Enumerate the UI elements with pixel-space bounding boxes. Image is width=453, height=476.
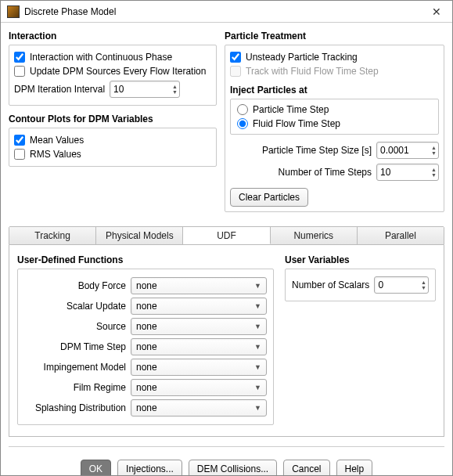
dropdown-body-force-value: none (136, 280, 157, 291)
contour-group: Contour Plots for DPM Variables Mean Val… (9, 112, 217, 167)
checkbox-mean-values-input[interactable] (14, 135, 25, 146)
radio-fluid-flow-time-step-label: Fluid Flow Time Step (253, 118, 340, 129)
num-scalars-label: Number of Scalars (292, 279, 369, 290)
tab-udf[interactable]: UDF (183, 227, 270, 244)
tab-numerics[interactable]: Numerics (271, 227, 358, 244)
tab-physical-models[interactable]: Physical Models (96, 227, 183, 244)
tab-tracking[interactable]: Tracking (9, 227, 96, 244)
num-time-steps-spinner[interactable]: ▲▼ (376, 164, 439, 181)
dpm-iteration-interval-spinner[interactable]: ▲▼ (110, 81, 180, 98)
dropdown-source-value: none (136, 321, 157, 332)
dropdown-source[interactable]: none ▼ (131, 318, 267, 335)
num-time-steps-row: Number of Time Steps ▲▼ (230, 161, 439, 183)
row-body-force: Body Force none ▼ (24, 277, 267, 294)
chevron-down-icon: ▼ (254, 343, 261, 351)
checkbox-continuous-phase-label: Interaction with Continuous Phase (30, 52, 172, 63)
label-dpm-time-step: DPM Time Step (24, 341, 126, 352)
chevron-down-icon: ▼ (254, 384, 261, 391)
label-impingement: Impingement Model (24, 362, 126, 373)
checkbox-rms-values[interactable]: RMS Values (14, 147, 211, 161)
checkbox-rms-values-input[interactable] (14, 149, 25, 160)
app-icon (7, 5, 20, 18)
chevron-down-icon: ▼ (254, 302, 261, 310)
row-splashing: Splashing Distribution none ▼ (24, 399, 267, 416)
interaction-title: Interaction (9, 29, 217, 41)
chevron-down-icon: ▼ (254, 363, 261, 371)
particle-step-size-row: Particle Time Step Size [s] ▲▼ (230, 139, 439, 161)
cancel-button[interactable]: Cancel (283, 460, 329, 476)
checkbox-continuous-phase[interactable]: Interaction with Continuous Phase (14, 50, 211, 64)
dropdown-film-regime[interactable]: none ▼ (131, 379, 267, 396)
row-film-regime: Film Regime none ▼ (24, 379, 267, 396)
chevron-down-icon: ▼ (254, 323, 261, 330)
dropdown-film-regime-value: none (136, 382, 157, 393)
dropdown-body-force[interactable]: none ▼ (131, 277, 267, 294)
checkbox-continuous-phase-input[interactable] (14, 52, 25, 63)
num-time-steps-input[interactable] (380, 167, 430, 178)
dropdown-scalar-update[interactable]: none ▼ (131, 298, 267, 315)
clear-particles-button[interactable]: Clear Particles (230, 188, 308, 207)
label-film-regime: Film Regime (24, 382, 126, 393)
num-scalars-input[interactable] (378, 279, 419, 290)
injections-button[interactable]: Injections... (117, 460, 182, 476)
radio-particle-time-step-input[interactable] (237, 104, 248, 115)
dpm-iteration-interval-label: DPM Iteration Interval (14, 84, 105, 95)
particle-step-size-label: Particle Time Step Size [s] (230, 145, 372, 156)
checkbox-update-dpm-input[interactable] (14, 66, 25, 77)
ok-button[interactable]: OK (81, 460, 111, 476)
tabs-row: Tracking Physical Models UDF Numerics Pa… (9, 226, 444, 245)
dropdown-impingement[interactable]: none ▼ (131, 359, 267, 376)
particle-treatment-group: Particle Treatment Unsteady Particle Tra… (225, 29, 444, 212)
particle-treatment-title: Particle Treatment (225, 29, 444, 41)
inject-particles-title: Inject Particles at (230, 83, 439, 96)
checkbox-mean-values[interactable]: Mean Values (14, 133, 211, 147)
dem-collisions-button[interactable]: DEM Collisions... (189, 460, 277, 476)
radio-particle-time-step-label: Particle Time Step (253, 104, 329, 115)
tab-panel-udf: User-Defined Functions Body Force none ▼… (9, 245, 444, 437)
row-impingement: Impingement Model none ▼ (24, 359, 267, 376)
label-scalar-update: Scalar Update (24, 301, 126, 312)
checkbox-unsteady-tracking-input[interactable] (230, 52, 241, 63)
spinner-arrows-icon[interactable]: ▲▼ (421, 279, 426, 290)
label-source: Source (24, 321, 126, 332)
particle-step-size-spinner[interactable]: ▲▼ (376, 142, 439, 159)
chevron-down-icon: ▼ (254, 282, 261, 290)
close-icon[interactable]: ✕ (427, 2, 446, 21)
tab-parallel[interactable]: Parallel (358, 227, 444, 244)
udf-title: User-Defined Functions (17, 253, 274, 265)
radio-particle-time-step[interactable]: Particle Time Step (237, 103, 432, 117)
spinner-arrows-icon[interactable]: ▲▼ (431, 145, 437, 156)
radio-fluid-flow-time-step-input[interactable] (237, 118, 248, 129)
dropdown-splashing-value: none (136, 402, 157, 413)
dropdown-scalar-update-value: none (136, 301, 157, 312)
num-time-steps-label: Number of Time Steps (230, 167, 372, 178)
separator (9, 446, 444, 447)
row-scalar-update: Scalar Update none ▼ (24, 298, 267, 315)
checkbox-unsteady-tracking[interactable]: Unsteady Particle Tracking (230, 50, 439, 64)
dpm-iteration-interval-input[interactable] (113, 84, 171, 95)
dropdown-splashing[interactable]: none ▼ (131, 399, 267, 416)
contour-title: Contour Plots for DPM Variables (9, 112, 217, 124)
checkbox-track-fluid-label: Track with Fluid Flow Time Step (246, 66, 379, 77)
checkbox-rms-values-label: RMS Values (30, 149, 81, 160)
spinner-arrows-icon[interactable]: ▲▼ (172, 84, 178, 95)
spinner-arrows-icon[interactable]: ▲▼ (431, 167, 437, 178)
chevron-down-icon: ▼ (254, 404, 261, 412)
row-source: Source none ▼ (24, 318, 267, 335)
checkbox-track-fluid: Track with Fluid Flow Time Step (230, 64, 439, 78)
title-bar: Discrete Phase Model ✕ (1, 1, 452, 23)
num-scalars-spinner[interactable]: ▲▼ (374, 276, 429, 294)
checkbox-unsteady-tracking-label: Unsteady Particle Tracking (246, 52, 358, 63)
dialog-content: Interaction Interaction with Continuous … (1, 23, 452, 476)
window-title: Discrete Phase Model (24, 6, 427, 17)
checkbox-update-dpm[interactable]: Update DPM Sources Every Flow Iteration (14, 64, 211, 78)
help-button[interactable]: Help (336, 460, 373, 476)
particle-step-size-input[interactable] (380, 145, 430, 156)
user-variables-title: User Variables (285, 253, 436, 265)
radio-fluid-flow-time-step[interactable]: Fluid Flow Time Step (237, 117, 432, 131)
label-splashing: Splashing Distribution (24, 402, 126, 413)
dropdown-dpm-time-step[interactable]: none ▼ (131, 338, 267, 355)
interaction-group: Interaction Interaction with Continuous … (9, 29, 217, 106)
checkbox-track-fluid-input (230, 66, 241, 77)
checkbox-mean-values-label: Mean Values (30, 135, 84, 146)
